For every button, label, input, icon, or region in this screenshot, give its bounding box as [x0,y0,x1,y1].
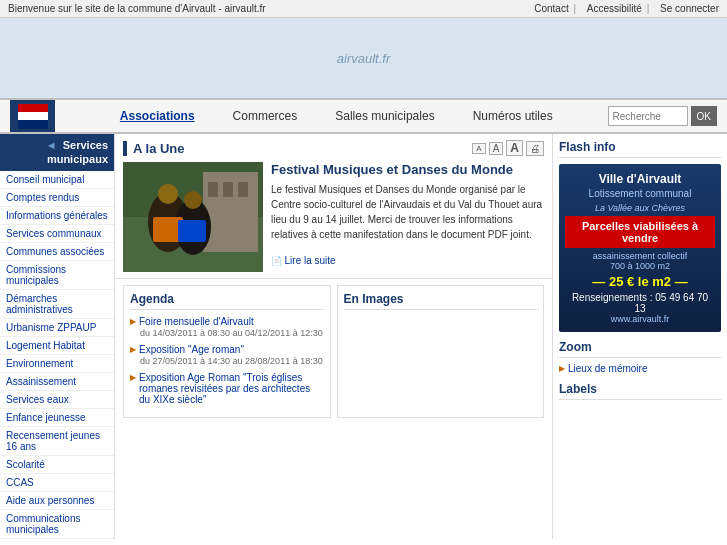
zoom-section: Zoom Lieux de mémoire [559,340,721,374]
en-images-title: En Images [344,292,538,310]
sidebar-item-commissions[interactable]: Commissions municipales [0,261,114,290]
zoom-item: Lieux de mémoire [559,363,721,374]
ad-banner: Ville d'Airvault Lotissement communal La… [559,164,721,332]
agenda-link-2[interactable]: Exposition Age Roman "Trois églises roma… [130,372,324,405]
svg-rect-5 [238,182,248,197]
sidebar-header: Services municipaux [0,134,114,171]
sidebar-item-communications[interactable]: Communications municipales [0,510,114,539]
labels-header: Labels [559,382,721,400]
login-link[interactable]: Se connecter [660,3,719,14]
sidebar-item-urbanisme[interactable]: Urbanisme ZPPAUP [0,319,114,337]
main-layout: Services municipaux Conseil municipal Co… [0,134,727,539]
nav-salles-municipales[interactable]: Salles municipales [331,107,438,125]
sidebar-item-assainissement[interactable]: Assainissement [0,373,114,391]
festival-title: Festival Musiques et Danses du Monde [271,162,544,177]
svg-rect-11 [178,220,206,242]
ad-size: 700 à 1000 m2 [565,261,715,271]
sidebar-item-infos[interactable]: Informations générales [0,207,114,225]
search-bar: OK [608,106,717,126]
ad-detail: assainissement collectif [565,251,715,261]
search-button[interactable]: OK [691,106,717,126]
festival-content: Festival Musiques et Danses du Monde Le … [123,162,544,272]
ad-subtitle: Lotissement communal [565,188,715,199]
nav-commerces[interactable]: Commerces [229,107,302,125]
svg-point-7 [158,184,178,204]
font-controls: A A A 🖨 [472,140,544,156]
ad-title: Ville d'Airvault [565,172,715,186]
svg-rect-4 [223,182,233,197]
zoom-header: Zoom [559,340,721,358]
flash-info-header: Flash info [559,140,721,158]
sidebar-item-scolarite[interactable]: Scolarité [0,456,114,474]
nav-associations[interactable]: Associations [116,107,199,125]
agenda-date-0: du 14/03/2011 à 08:30 au 04/12/2011 à 12… [140,328,324,338]
nav-links: Associations Commerces Salles municipale… [65,107,608,125]
agenda-item-2: Exposition Age Roman "Trois églises roma… [130,372,324,405]
sidebar-item-demarches[interactable]: Démarches administratives [0,290,114,319]
sidebar-item-eaux[interactable]: Services eaux [0,391,114,409]
agenda-item-1: Exposition "Age roman" du 27/05/2011 à 1… [130,344,324,366]
festival-read-more[interactable]: Lire la suite [271,255,336,266]
sidebar-item-logement[interactable]: Logement Habitat [0,337,114,355]
ad-website: www.airvault.fr [565,314,715,324]
ad-valley: La Vallée aux Chèvres [565,203,715,213]
nav-numeros-utiles[interactable]: Numéros utiles [469,107,557,125]
svg-point-9 [184,191,202,209]
font-small[interactable]: A [472,143,485,154]
bottom-content: Agenda Foire mensuelle d'Airvault du 14/… [115,279,552,424]
svg-rect-3 [208,182,218,197]
ad-highlight: Parcelles viabilisées à vendre [565,216,715,248]
agenda-title: Agenda [130,292,324,310]
right-sidebar: Flash info Ville d'Airvault Lotissement … [552,134,727,539]
print-icon[interactable]: 🖨 [526,141,544,156]
contact-link[interactable]: Contact [534,3,568,14]
nav-bar: Associations Commerces Salles municipale… [0,98,727,134]
sidebar-item-aide[interactable]: Aide aux personnes [0,492,114,510]
labels-section: Labels [559,382,721,400]
font-medium[interactable]: A [489,142,504,155]
sidebar-item-communes[interactable]: Communes associées [0,243,114,261]
a-la-une-section: A la Une A A A 🖨 [115,134,552,279]
a-la-une-title: A la Une [123,141,185,156]
banner: airvault.fr [0,18,727,98]
sidebar-item-services[interactable]: Services communaux [0,225,114,243]
search-input[interactable] [608,106,688,126]
festival-photo [123,162,263,272]
zoom-link[interactable]: Lieux de mémoire [559,363,721,374]
font-large[interactable]: A [506,140,523,156]
sidebar-menu: Conseil municipal Comptes rendus Informa… [0,171,114,539]
agenda-link-1[interactable]: Exposition "Age roman" [130,344,324,355]
sidebar-item-conseil[interactable]: Conseil municipal [0,171,114,189]
site-title: Bienvenue sur le site de la commune d'Ai… [8,3,266,14]
agenda-date-1: du 27/05/2011 à 14:30 au 28/08/2011 à 18… [140,356,324,366]
sidebar-item-comptes[interactable]: Comptes rendus [0,189,114,207]
top-bar: Bienvenue sur le site de la commune d'Ai… [0,0,727,18]
sidebar-item-ccas[interactable]: CCAS [0,474,114,492]
sidebar-item-environnement[interactable]: Environnement [0,355,114,373]
agenda-section: Agenda Foire mensuelle d'Airvault du 14/… [123,285,331,418]
sidebar-item-recensement[interactable]: Recensement jeunes 16 ans [0,427,114,456]
sidebar: Services municipaux Conseil municipal Co… [0,134,115,539]
ad-price: — 25 € le m2 — [565,274,715,289]
ad-contact: Renseignements : 05 49 64 70 13 [565,292,715,314]
section-header: A la Une A A A 🖨 [123,140,544,156]
accessibility-link[interactable]: Accessibilité [587,3,642,14]
en-images-section: En Images [337,285,545,418]
festival-description: Le festival Musiques et Danses du Monde … [271,182,544,242]
festival-text: Festival Musiques et Danses du Monde Le … [271,162,544,272]
top-links: Contact | Accessibilité | Se connecter [528,3,719,14]
logo [10,100,55,132]
agenda-item-0: Foire mensuelle d'Airvault du 14/03/2011… [130,316,324,338]
sidebar-item-enfance[interactable]: Enfance jeunesse [0,409,114,427]
festival-image [123,162,263,272]
center-panel: A la Une A A A 🖨 [115,134,552,539]
agenda-link-0[interactable]: Foire mensuelle d'Airvault [130,316,324,327]
